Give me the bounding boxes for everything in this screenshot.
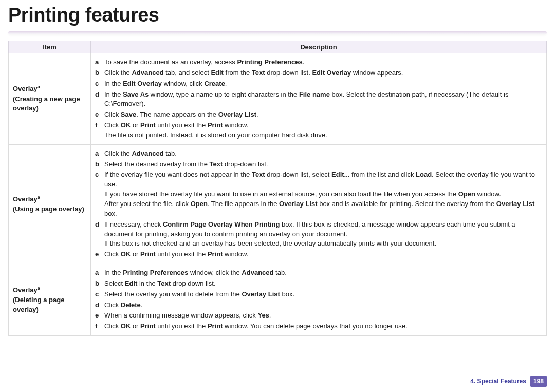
step-text: Click the Advanced tab, and select Edit … [104, 68, 542, 78]
list-item: bClick the Advanced tab, and select Edit… [95, 68, 542, 78]
step-bullet: b [95, 160, 104, 170]
list-item: fClick OK or Print until you exit the Pr… [95, 322, 542, 331]
table-body: Overlaya(Creating a new page overlay)aTo… [9, 53, 547, 336]
table-row: Overlaya(Deleting a page overlay)aIn the… [9, 264, 547, 336]
step-text: Select Edit in the Text drop down list. [104, 279, 542, 289]
list-item: dClick Delete. [95, 301, 542, 310]
item-cell: Overlaya(Using a page overlay) [9, 144, 91, 264]
step-text: To save the document as an overlay, acce… [104, 58, 542, 67]
footer-page-number: 198 [530, 376, 547, 387]
step-bullet: a [95, 268, 104, 278]
table-row: Overlaya(Creating a new page overlay)aTo… [9, 53, 547, 145]
list-item: cSelect the overlay you want to delete f… [95, 290, 542, 300]
step-text: When a confirming message window appears… [104, 311, 542, 321]
step-text: Select the overlay you want to delete fr… [104, 290, 542, 300]
list-item: aClick the Advanced tab. [95, 149, 542, 159]
step-bullet: f [95, 121, 104, 130]
item-subtitle: (Using a page overlay) [13, 204, 86, 214]
list-item: eClick OK or Print until you exit the Pr… [95, 250, 542, 259]
list-item: eClick Save. The name appears on the Ove… [95, 110, 542, 120]
list-item: aTo save the document as an overlay, acc… [95, 58, 542, 67]
list-item: bSelect Edit in the Text drop down list. [95, 279, 542, 289]
list-item: cIn the Edit Overlay window, click Creat… [95, 79, 542, 89]
description-cell: aTo save the document as an overlay, acc… [91, 53, 547, 145]
step-text: Click Delete. [104, 301, 542, 310]
item-cell: Overlaya(Creating a new page overlay) [9, 53, 91, 145]
step-bullet: d [95, 301, 104, 310]
page-title: Printing features [0, 0, 555, 26]
step-text: In the Save As window, type a name up to… [104, 90, 542, 109]
step-bullet: a [95, 58, 104, 67]
step-text: Click the Advanced tab. [104, 149, 542, 159]
step-text: Click OK or Print until you exit the Pri… [104, 322, 542, 331]
item-name: Overlaya [13, 194, 86, 204]
step-list: aIn the Printing Preferences window, cli… [95, 268, 542, 331]
step-list: aClick the Advanced tab.bSelect the desi… [95, 149, 542, 259]
step-text: In the Printing Preferences window, clic… [104, 268, 542, 278]
step-text: Click OK or Print until you exit the Pri… [104, 250, 542, 259]
list-item: cIf the overlay file you want does not a… [95, 170, 542, 218]
header-description: Description [91, 41, 547, 53]
item-name: Overlaya [13, 84, 86, 94]
step-bullet: c [95, 170, 104, 180]
description-cell: aClick the Advanced tab.bSelect the desi… [91, 144, 547, 264]
step-bullet: e [95, 250, 104, 259]
item-name: Overlaya [13, 285, 86, 295]
list-item: dIf necessary, check Confirm Page Overla… [95, 220, 542, 249]
item-subtitle: (Deleting a page overlay) [13, 295, 86, 315]
page-footer: 4. Special Features 198 [470, 376, 547, 387]
step-bullet: a [95, 149, 104, 159]
list-item: bSelect the desired overlay from the Tex… [95, 160, 542, 170]
step-text: Click Save. The name appears on the Over… [104, 110, 542, 120]
step-bullet: b [95, 279, 104, 289]
step-text: In the Edit Overlay window, click Create… [104, 79, 542, 89]
step-bullet: b [95, 68, 104, 78]
step-bullet: c [95, 79, 104, 89]
list-item: aIn the Printing Preferences window, cli… [95, 268, 542, 278]
step-bullet: f [95, 322, 104, 331]
list-item: eWhen a confirming message window appear… [95, 311, 542, 321]
features-table: Item Description Overlaya(Creating a new… [8, 41, 547, 336]
step-text: If the overlay file you want does not ap… [104, 170, 542, 218]
list-item: dIn the Save As window, type a name up t… [95, 90, 542, 109]
description-cell: aIn the Printing Preferences window, cli… [91, 264, 547, 336]
footer-chapter: 4. Special Features [470, 378, 526, 385]
step-list: aTo save the document as an overlay, acc… [95, 58, 542, 140]
step-bullet: d [95, 90, 104, 100]
step-bullet: c [95, 290, 104, 300]
header-item: Item [9, 41, 91, 53]
step-bullet: e [95, 110, 104, 120]
step-text: Click OK or Print until you exit the Pri… [104, 121, 542, 140]
step-bullet: d [95, 220, 104, 230]
step-bullet: e [95, 311, 104, 321]
item-cell: Overlaya(Deleting a page overlay) [9, 264, 91, 336]
step-text: Select the desired overlay from the Text… [104, 160, 542, 170]
list-item: fClick OK or Print until you exit the Pr… [95, 121, 542, 140]
title-separator [8, 31, 547, 34]
item-subtitle: (Creating a new page overlay) [13, 95, 86, 114]
table-row: Overlaya(Using a page overlay)aClick the… [9, 144, 547, 264]
step-text: If necessary, check Confirm Page Overlay… [104, 220, 542, 249]
